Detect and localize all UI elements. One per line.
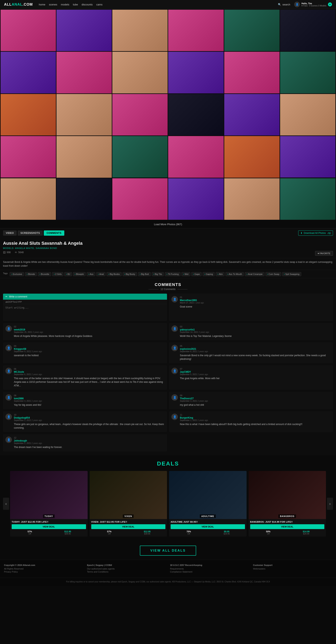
download-all-button[interactable]: ⬇ Download All Photos .zip	[298, 230, 333, 236]
deal-view-btn-bangbros[interactable]: VIEW DEAL	[250, 524, 325, 529]
nav-scenes[interactable]: scenes	[49, 3, 57, 6]
comment-user-10[interactable]: Dodgydog654	[14, 416, 165, 419]
photo-cell[interactable]	[56, 94, 112, 136]
tag-wet[interactable]: Wet	[181, 272, 190, 276]
tag-gaping[interactable]: Gaping	[202, 272, 215, 276]
nav-home[interactable]: home	[39, 3, 45, 6]
comment-body-10: 10 Dodgydog654 September 2, 2021 2 years…	[14, 414, 165, 430]
logo[interactable]: ALLANAL.COM	[4, 2, 33, 7]
footer-billing-agents: Epoch | Segpay | CCBill	[87, 564, 166, 566]
deal-view-btn-tushy[interactable]: VIEW DEAL	[12, 524, 86, 529]
photo-cell[interactable]	[56, 178, 112, 220]
search-bar[interactable]: 🔍 search	[278, 3, 290, 6]
photo-cell[interactable]	[0, 94, 56, 136]
comment-user-11[interactable]: BurgerKing	[180, 416, 331, 419]
footer-rights[interactable]: All Rights Reserved	[4, 568, 83, 570]
tag-cum-swap[interactable]: Cum Swap	[265, 272, 281, 276]
photo-cell[interactable]	[112, 52, 168, 93]
photo-cell[interactable]	[224, 178, 280, 220]
photo-cell[interactable]	[168, 136, 223, 178]
comment-user-12[interactable]: Johndough	[14, 439, 165, 442]
footer-terms[interactable]: Terms and Conditions	[87, 570, 166, 573]
tag-big-booty[interactable]: Big Booty	[123, 272, 137, 276]
tag-exclusive[interactable]: Exclusive	[10, 272, 24, 276]
favorite-button[interactable]: ♥ FAVORITE	[315, 251, 333, 256]
download-label: Download All Photos	[304, 232, 326, 234]
tag-big-tits[interactable]: Big Tits	[152, 272, 164, 276]
tag-atm[interactable]: Atm	[216, 272, 224, 276]
comment-user-03[interactable]: yaboycurtis1	[180, 328, 331, 331]
footer-compliance[interactable]: Compliance Statement	[170, 570, 249, 573]
comment-user-02[interactable]: week2019	[14, 328, 165, 331]
tab-video[interactable]: VIDEO	[3, 230, 17, 236]
footer-sales-agents[interactable]: Our authorized sales agents	[87, 568, 166, 570]
footer-requirements[interactable]: Requirements	[170, 568, 249, 570]
user-dropdown-icon[interactable]: ▼	[328, 2, 332, 6]
photo-cell[interactable]	[224, 94, 280, 136]
comment-user-08[interactable]: tom2886	[14, 397, 165, 400]
tab-screenshots[interactable]: SCREENSHOTS	[18, 230, 43, 236]
view-all-deals-button[interactable]: VIEW ALL DEALS	[140, 546, 196, 556]
tag-ass[interactable]: Ass	[87, 272, 95, 276]
nav-cams[interactable]: cams	[96, 3, 103, 6]
photo-cell[interactable]	[56, 52, 112, 93]
deal-view-btn-vixen[interactable]: VIEW DEAL	[91, 524, 166, 529]
photo-cell[interactable]	[280, 136, 336, 178]
photo-cell[interactable]	[168, 10, 223, 51]
tag-gape[interactable]: Gape	[191, 272, 201, 276]
photo-cell[interactable]	[0, 10, 56, 51]
user-menu[interactable]: 👤 Hello, Tim ♥ Favs · 0 Scenes 0 Models …	[294, 2, 332, 7]
footer-privacy[interactable]: Privacy Policy	[4, 570, 83, 573]
photo-cell[interactable]	[224, 10, 280, 51]
photo-cell[interactable]	[280, 94, 336, 136]
photo-cell[interactable]	[280, 10, 336, 51]
comment-user-06[interactable]: MCJizzle	[14, 370, 165, 373]
tag-big-boobs[interactable]: Big Boobs	[107, 272, 122, 276]
deals-next-arrow[interactable]: ›	[327, 498, 333, 510]
deals-prev-arrow[interactable]: ‹	[3, 498, 9, 510]
tag-blonde[interactable]: Blonde	[25, 272, 37, 276]
tag-anal-creampie[interactable]: Anal Creampie	[245, 272, 264, 276]
photo-cell[interactable]	[168, 178, 223, 220]
photo-cell[interactable]	[168, 94, 223, 136]
nav-discounts[interactable]: discounts	[82, 3, 93, 6]
deals-title: DEALS	[3, 460, 333, 467]
photo-cell[interactable]	[56, 10, 112, 51]
photo-cell[interactable]	[0, 178, 56, 220]
tag-2girls[interactable]: 2 Girls	[52, 272, 63, 276]
load-more-link[interactable]: Load More Photos (967)	[154, 223, 182, 226]
comment-user-09[interactable]: TheDoorz27	[180, 397, 331, 400]
photo-cell[interactable]	[224, 52, 280, 93]
comment-textarea[interactable]	[3, 304, 167, 320]
models-names[interactable]: ANGELA WHITE, SAVANNAH BOND	[15, 247, 57, 249]
comment-user-01[interactable]: Marcelhav1991	[180, 299, 331, 302]
tag-spit-swapping[interactable]: Spit Swapping	[282, 272, 301, 276]
tag-bj[interactable]: BJ	[64, 272, 72, 276]
photo-cell[interactable]	[56, 136, 112, 178]
tag-brunette[interactable]: Brunette	[38, 272, 51, 276]
comment-user-07[interactable]: JayCMDY	[180, 370, 331, 373]
tag-anal[interactable]: Anal	[96, 272, 106, 276]
tag-tit-fucking[interactable]: Tit Fucking	[165, 272, 180, 276]
tag-big-butt[interactable]: Big Butt	[138, 272, 151, 276]
nav-models[interactable]: models	[61, 3, 69, 6]
comment-user-05[interactable]: explosive2021	[180, 348, 331, 350]
photo-cell[interactable]	[224, 136, 280, 178]
comment-user-04[interactable]: Kinggeo58	[14, 348, 165, 350]
photo-cell[interactable]	[112, 94, 168, 136]
photo-cell[interactable]	[0, 52, 56, 93]
deal-view-btn-adultime[interactable]: VIEW DEAL	[170, 524, 245, 529]
footer-webmasters[interactable]: Webmasters	[253, 568, 332, 570]
photo-cell[interactable]	[112, 136, 168, 178]
nav-tube[interactable]: tube	[73, 3, 78, 6]
photo-cell[interactable]	[112, 178, 168, 220]
deal-off-vixen: 57% Off	[91, 530, 128, 535]
photo-cell[interactable]	[280, 52, 336, 93]
tag-blowjob[interactable]: Blowjob	[73, 272, 86, 276]
photo-cell[interactable]	[112, 10, 168, 51]
photo-cell[interactable]	[280, 178, 336, 220]
tab-comments[interactable]: COMMENTS	[44, 230, 64, 236]
tag-ass-to-mouth[interactable]: Ass To Mouth	[225, 272, 244, 276]
photo-cell[interactable]	[0, 136, 56, 178]
photo-cell[interactable]	[168, 52, 223, 93]
